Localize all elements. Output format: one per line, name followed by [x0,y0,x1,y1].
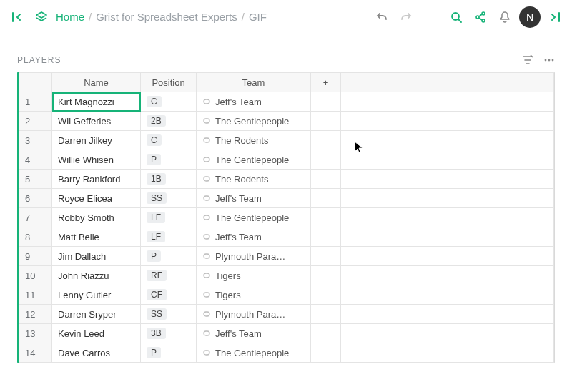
table-row[interactable]: 6Royce EliceaSSJeff's Team [19,189,554,208]
table-row[interactable]: 5Barry Rankford1BThe Rodents [19,170,554,189]
table-row[interactable]: 8Matt BeileLFJeff's Team [19,227,554,247]
cell-team[interactable]: Plymouth Para… [197,305,311,324]
row-number[interactable]: 11 [19,285,52,305]
row-number[interactable]: 13 [19,324,52,343]
cell-empty[interactable] [341,131,554,150]
cell-empty[interactable] [341,189,554,208]
cell-empty[interactable] [311,324,341,343]
cell-empty[interactable] [311,170,341,189]
cell-empty[interactable] [311,285,341,305]
cell-team[interactable]: Tigers [197,285,311,305]
add-column-button[interactable]: + [311,73,341,92]
cell-team[interactable]: The Rodents [197,131,311,150]
cell-name[interactable]: Darren Sryper [52,305,141,324]
cell-position[interactable]: 1B [141,170,197,189]
cell-empty[interactable] [341,247,554,266]
data-grid[interactable]: Name Position Team + 1Kirt MagnozziCJeff… [17,72,555,363]
cell-team[interactable]: The Gentlepeople [197,343,311,363]
table-row[interactable]: 14Dave CarrosPThe Gentlepeople [19,343,554,363]
cell-name[interactable]: Kevin Leed [52,324,141,343]
bell-icon[interactable] [495,7,515,27]
cell-empty[interactable] [311,266,341,285]
cell-team[interactable]: Plymouth Para… [197,247,311,266]
cell-name[interactable]: Willie Whisen [52,150,141,170]
cell-position[interactable]: P [141,343,197,363]
row-number[interactable]: 6 [19,189,52,208]
cell-position[interactable]: LF [141,227,197,247]
breadcrumb-page[interactable]: GIF [249,11,267,23]
breadcrumb-doc[interactable]: Grist for Spreadsheet Experts [96,11,237,23]
share-icon[interactable] [470,7,490,27]
row-number[interactable]: 5 [19,170,52,189]
cell-empty[interactable] [341,92,554,112]
cell-empty[interactable] [311,247,341,266]
cell-name[interactable]: Robby Smoth [52,208,141,227]
col-header-position[interactable]: Position [141,73,197,92]
table-row[interactable]: 13Kevin Leed3BJeff's Team [19,324,554,343]
cell-empty[interactable] [311,92,341,112]
cell-team[interactable]: Tigers [197,266,311,285]
table-row[interactable]: 9Jim DallachPPlymouth Para… [19,247,554,266]
cell-name[interactable]: Barry Rankford [52,170,141,189]
col-header-team[interactable]: Team [197,73,311,92]
cell-empty[interactable] [341,266,554,285]
search-icon[interactable] [446,7,466,27]
cell-empty[interactable] [311,112,341,131]
cell-empty[interactable] [311,227,341,247]
cell-position[interactable]: SS [141,305,197,324]
cell-position[interactable]: P [141,150,197,170]
table-row[interactable]: 1Kirt MagnozziCJeff's Team [19,92,554,112]
table-row[interactable]: 11Lenny GutlerCFTigers [19,285,554,305]
cell-empty[interactable] [341,227,554,247]
more-icon[interactable] [543,54,555,66]
cell-position[interactable]: 2B [141,112,197,131]
cell-empty[interactable] [341,112,554,131]
cell-position[interactable]: P [141,247,197,266]
cell-name[interactable]: Kirt Magnozzi [52,92,141,112]
cell-empty[interactable] [341,285,554,305]
cell-empty[interactable] [341,208,554,227]
cell-empty[interactable] [311,305,341,324]
cell-name[interactable]: Lenny Gutler [52,285,141,305]
cell-empty[interactable] [311,189,341,208]
cell-position[interactable]: SS [141,189,197,208]
row-number[interactable]: 3 [19,131,52,150]
cell-team[interactable]: Jeff's Team [197,227,311,247]
cell-empty[interactable] [311,150,341,170]
cell-empty[interactable] [341,305,554,324]
cell-empty[interactable] [311,131,341,150]
undo-icon[interactable] [372,7,392,27]
breadcrumb-home[interactable]: Home [56,11,84,23]
table-row[interactable]: 7Robby SmothLFThe Gentlepeople [19,208,554,227]
cell-name[interactable]: Dave Carros [52,343,141,363]
row-number[interactable]: 12 [19,305,52,324]
row-number[interactable]: 2 [19,112,52,131]
cell-team[interactable]: The Gentlepeople [197,112,311,131]
col-header-name[interactable]: Name [52,73,141,92]
cell-team[interactable]: The Gentlepeople [197,150,311,170]
cell-empty[interactable] [341,150,554,170]
cell-name[interactable]: John Riazzu [52,266,141,285]
cell-empty[interactable] [341,324,554,343]
cell-name[interactable]: Darren Jilkey [52,131,141,150]
pages-icon[interactable] [31,7,51,27]
avatar[interactable]: N [519,6,541,28]
filter-icon[interactable] [522,54,533,66]
collapse-left-icon[interactable] [7,7,27,27]
row-number[interactable]: 10 [19,266,52,285]
collapse-right-icon[interactable] [545,7,565,27]
table-row[interactable]: 4Willie WhisenPThe Gentlepeople [19,150,554,170]
row-number[interactable]: 9 [19,247,52,266]
row-number[interactable]: 4 [19,150,52,170]
cell-team[interactable]: Jeff's Team [197,189,311,208]
cell-position[interactable]: RF [141,266,197,285]
cell-team[interactable]: Jeff's Team [197,324,311,343]
cell-name[interactable]: Wil Gefferies [52,112,141,131]
cell-name[interactable]: Jim Dallach [52,247,141,266]
table-row[interactable]: 3Darren JilkeyCThe Rodents [19,131,554,150]
cell-empty[interactable] [311,343,341,363]
row-number[interactable]: 1 [19,92,52,112]
table-row[interactable]: 2Wil Gefferies2BThe Gentlepeople [19,112,554,131]
row-number[interactable]: 14 [19,343,52,363]
cell-team[interactable]: The Rodents [197,170,311,189]
